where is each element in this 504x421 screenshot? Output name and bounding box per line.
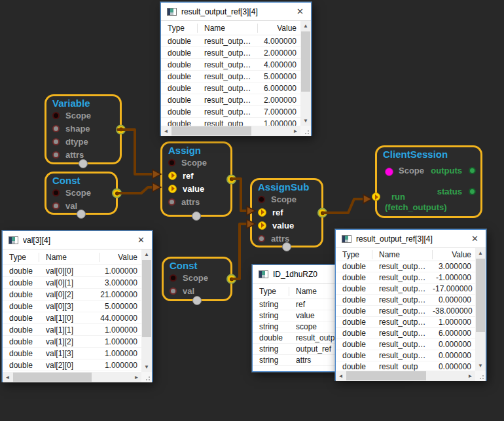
table-row[interactable]: doubleval[1][3]1.000000: [3, 348, 141, 359]
column-header[interactable]: Name: [198, 24, 258, 33]
table-row[interactable]: doubleresult_outp…7.000000: [161, 106, 300, 118]
column-header[interactable]: Type: [161, 24, 198, 33]
table-row[interactable]: doubleresult_outp…6.000000: [161, 82, 300, 94]
table-row[interactable]: doubleresult_outp0.000000: [336, 361, 475, 371]
scroll-down-icon[interactable]: ▼: [141, 362, 152, 372]
scroll-right-icon[interactable]: ►: [291, 126, 300, 136]
table-row[interactable]: doubleresult_outp…6.000000: [336, 328, 475, 339]
window-val-watch[interactable]: val[3][4] ✕ Type Name Value doubleval[0]…: [2, 230, 153, 382]
output-port-icon[interactable]: [226, 274, 236, 284]
scroll-right-icon[interactable]: ►: [465, 371, 475, 381]
scroll-down-icon[interactable]: ▼: [300, 116, 311, 126]
scope-port-icon[interactable]: [170, 274, 177, 282]
window-titlebar[interactable]: result_output_ref[3][4] ✕: [336, 230, 486, 248]
node-graph-canvas[interactable]: Variable Scope shape dtype attrs Const S…: [0, 0, 504, 421]
scroll-up-icon[interactable]: ▲: [141, 249, 152, 259]
close-icon[interactable]: ✕: [295, 7, 305, 16]
window-result-output-bottom[interactable]: result_output_ref[3][4] ✕ Type Name Valu…: [335, 229, 486, 380]
column-header[interactable]: Type: [3, 253, 39, 262]
scrollbar-thumb[interactable]: [346, 371, 426, 380]
close-icon[interactable]: ✕: [470, 234, 480, 244]
scrollbar-thumb[interactable]: [142, 260, 151, 337]
table-row[interactable]: doubleresult_outp…0.000000: [336, 295, 475, 306]
value-port-icon[interactable]: [258, 221, 266, 230]
scrollbar-thumb[interactable]: [476, 259, 485, 332]
ref-port-icon[interactable]: [258, 208, 266, 217]
table-row[interactable]: doubleresult_outp…-17.000000: [336, 284, 475, 295]
attrs-port-icon[interactable]: [52, 151, 60, 158]
node-const-2[interactable]: Const Scope val: [162, 257, 232, 301]
table-row[interactable]: doubleval[0][0]1.000000: [3, 265, 141, 277]
node-variable[interactable]: Variable Scope shape dtype attrs: [45, 94, 122, 164]
table-row[interactable]: doubleresult_outp…2.000000: [161, 47, 300, 59]
table-row[interactable]: doubleval[0][2]21.000000: [3, 289, 141, 301]
scroll-left-icon[interactable]: ◄: [161, 126, 171, 136]
bottom-port-icon[interactable]: [192, 296, 202, 305]
dtype-port-icon[interactable]: [52, 138, 60, 145]
bottom-port-icon[interactable]: [77, 210, 86, 219]
table-row[interactable]: doubleresult_outp…1.000000: [336, 317, 475, 328]
bottom-port-icon[interactable]: [79, 159, 88, 168]
scope-port-icon[interactable]: [168, 159, 175, 166]
shape-port-icon[interactable]: [52, 125, 60, 132]
table-row[interactable]: doubleresult_outp…-38.000000: [336, 306, 475, 317]
window-titlebar[interactable]: val[3][4] ✕: [3, 231, 152, 249]
column-header[interactable]: Value: [433, 250, 475, 259]
scope-port-icon[interactable]: [52, 112, 60, 119]
bottom-port-icon[interactable]: [282, 242, 291, 251]
scroll-right-icon[interactable]: ►: [132, 372, 141, 382]
status-port-icon[interactable]: [469, 188, 476, 195]
window-titlebar[interactable]: result_output_ref[3][4] ✕: [161, 3, 311, 21]
value-port-icon[interactable]: [168, 185, 177, 193]
table-row[interactable]: doubleval[0][1]3.000000: [3, 277, 141, 289]
horizontal-scrollbar[interactable]: ◄ ►: [161, 126, 300, 136]
node-assignsub[interactable]: AssignSub Scope ref value attrs: [250, 178, 323, 247]
table-row[interactable]: doubleresult_outp…5.000000: [161, 71, 300, 82]
ref-port-icon[interactable]: [168, 172, 177, 180]
scrollbar-thumb[interactable]: [13, 373, 92, 382]
resize-grip[interactable]: [300, 126, 311, 136]
scrollbar-thumb[interactable]: [301, 31, 310, 92]
scroll-up-icon[interactable]: ▲: [300, 21, 311, 31]
vertical-scrollbar[interactable]: ▲ ▼: [141, 249, 152, 372]
bottom-port-icon[interactable]: [192, 211, 201, 221]
table-row[interactable]: doubleval[1][0]44.000000: [3, 312, 141, 324]
table-row[interactable]: doubleresult_outp…3.000000: [336, 261, 475, 272]
table-row[interactable]: doubleresult_outp…0.000000: [336, 350, 475, 361]
column-header[interactable]: Name: [372, 250, 433, 259]
window-result-output-top[interactable]: result_output_ref[3][4] ✕ Type Name Valu…: [160, 2, 312, 136]
column-header[interactable]: Value: [258, 24, 300, 33]
attrs-port-icon[interactable]: [258, 235, 265, 242]
scope-port-icon[interactable]: [258, 196, 265, 203]
table-row[interactable]: doubleresult_outp…4.000000: [161, 35, 300, 47]
close-icon[interactable]: ✕: [136, 235, 146, 245]
scope-port-icon[interactable]: [52, 189, 60, 196]
scroll-up-icon[interactable]: ▲: [475, 248, 486, 258]
vertical-scrollbar[interactable]: ▲ ▼: [475, 248, 486, 371]
val-port-icon[interactable]: [170, 287, 177, 295]
node-clientsession[interactable]: ClientSession Scope outputs status run (…: [375, 145, 482, 218]
scroll-down-icon[interactable]: ▼: [475, 361, 486, 371]
output-port-icon[interactable]: [317, 208, 327, 218]
column-header[interactable]: Type: [253, 287, 289, 296]
table-row[interactable]: doubleresult_outp…-1.000000: [336, 272, 475, 284]
table-row[interactable]: doubleval[1][1]1.000000: [3, 324, 141, 336]
output-port-icon[interactable]: [116, 124, 126, 134]
node-const[interactable]: Const Scope val: [45, 172, 118, 215]
output-port-icon[interactable]: [112, 189, 122, 198]
column-header[interactable]: Type: [336, 250, 372, 259]
val-port-icon[interactable]: [52, 202, 60, 210]
run-port-icon[interactable]: [372, 192, 380, 201]
table-row[interactable]: doubleresult_outp…2.000000: [161, 94, 300, 106]
table-row[interactable]: doubleval[2][0]1.000000: [3, 359, 141, 371]
table-row[interactable]: doubleval[1][2]1.000000: [3, 336, 141, 348]
table-row[interactable]: doubleresult_outp1.000000: [161, 118, 300, 126]
scroll-left-icon[interactable]: ◄: [336, 371, 346, 381]
attrs-port-icon[interactable]: [168, 198, 175, 206]
scrollbar-thumb[interactable]: [171, 126, 251, 136]
node-assign[interactable]: Assign Scope ref value attrs: [160, 141, 232, 217]
outputs-port-icon[interactable]: [469, 167, 476, 174]
resize-grip[interactable]: [141, 372, 152, 382]
output-port-icon[interactable]: [226, 174, 236, 184]
horizontal-scrollbar[interactable]: ◄ ►: [336, 371, 475, 381]
